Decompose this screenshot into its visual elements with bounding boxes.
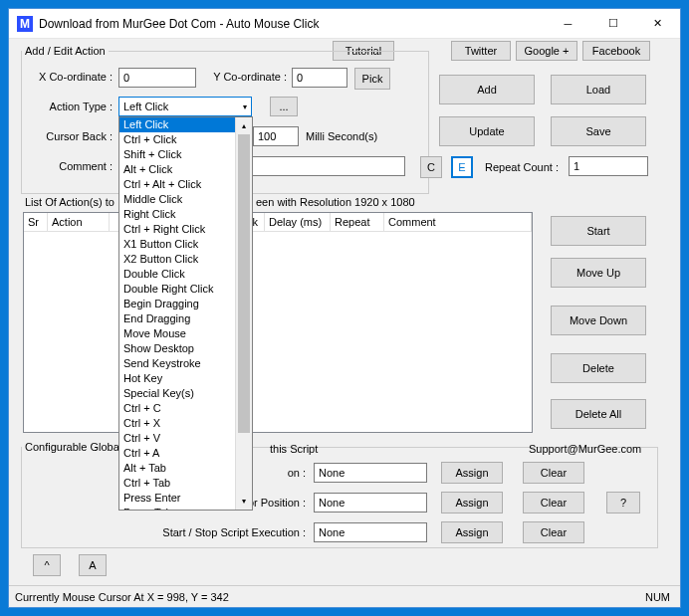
- window: M Download from MurGee Dot Com - Auto Mo…: [8, 8, 681, 608]
- repeat-input[interactable]: [569, 156, 648, 176]
- list-label-left: List Of Action(s) to: [25, 196, 115, 208]
- dropdown-item[interactable]: Ctrl + Click: [119, 132, 252, 147]
- hk1-assign[interactable]: Assign: [441, 462, 503, 484]
- dropdown-item[interactable]: Ctrl + X: [119, 416, 252, 431]
- dropdown-item[interactable]: Ctrl + A: [119, 446, 252, 461]
- start-button[interactable]: Start: [551, 216, 646, 246]
- dropdown-item[interactable]: Alt + Click: [119, 162, 252, 177]
- close-button[interactable]: ✕: [635, 9, 680, 39]
- statusbar: Currently Mouse Cursor At X = 998, Y = 3…: [9, 585, 680, 607]
- th-comment[interactable]: Comment: [384, 213, 532, 232]
- window-title: Download from MurGee Dot Com - Auto Mous…: [39, 17, 546, 31]
- hk1-label-right: on :: [278, 467, 306, 479]
- add-edit-legend: Add / Edit Action: [22, 45, 109, 57]
- c-button[interactable]: C: [420, 156, 442, 178]
- dropdown-item[interactable]: Hot Key: [119, 371, 252, 386]
- delay-input[interactable]: [253, 126, 299, 146]
- y-coord-input[interactable]: [292, 68, 347, 88]
- th-action[interactable]: Action: [48, 213, 110, 232]
- dropdown-item[interactable]: Middle Click: [119, 192, 252, 207]
- hotkey-legend: Configurable Globa: [22, 441, 122, 453]
- hk3-input[interactable]: [314, 522, 427, 542]
- dropdown-item[interactable]: Alt + Tab: [119, 461, 252, 476]
- hk3-label: Start / Stop Script Execution :: [128, 526, 306, 538]
- actions-table[interactable]: Sr Action ck Delay (ms) Repeat Comment: [23, 212, 533, 433]
- delete-button[interactable]: Delete: [551, 353, 646, 383]
- dropdown-item[interactable]: Move Mouse: [119, 326, 252, 341]
- repeat-label: Repeat Count :: [485, 161, 559, 173]
- caret-button[interactable]: ^: [33, 554, 61, 576]
- save-button[interactable]: Save: [551, 116, 646, 146]
- list-label-right: een with Resolution 1920 x 1080: [256, 196, 415, 208]
- comment-label: Comment :: [27, 160, 113, 172]
- titlebar: M Download from MurGee Dot Com - Auto Mo…: [9, 9, 680, 39]
- dropdown-item[interactable]: Send Keystroke: [119, 356, 252, 371]
- action-type-dropdown[interactable]: ▴ ▾ Left ClickCtrl + ClickShift + ClickA…: [118, 116, 253, 511]
- google-button[interactable]: Google +: [516, 41, 577, 61]
- table-header: Sr Action ck Delay (ms) Repeat Comment: [24, 213, 532, 232]
- action-dots-button[interactable]: ...: [270, 97, 298, 116]
- dropdown-item[interactable]: Ctrl + C: [119, 401, 252, 416]
- deleteall-button[interactable]: Delete All: [551, 399, 646, 429]
- hotkey-legend-right: this Script: [270, 443, 318, 455]
- app-icon: M: [17, 16, 33, 32]
- chevron-down-icon: ▾: [243, 103, 247, 111]
- dropdown-item[interactable]: Press Tab: [119, 506, 252, 511]
- hk2-clear[interactable]: Clear: [523, 492, 584, 513]
- scroll-up-icon[interactable]: ▴: [236, 117, 252, 134]
- help-button[interactable]: ?: [606, 492, 640, 513]
- x-coord-label: X Co-ordinate :: [27, 71, 113, 83]
- th-sr[interactable]: Sr: [24, 213, 48, 232]
- dropdown-item[interactable]: Double Right Click: [119, 282, 252, 297]
- action-type-select[interactable]: Left Click ▾: [118, 97, 252, 116]
- dropdown-item[interactable]: Press Enter: [119, 491, 252, 506]
- y-coord-label: Y Co-ordinate :: [201, 71, 287, 83]
- twitter-button[interactable]: Twitter: [451, 41, 511, 61]
- hk2-input[interactable]: [314, 493, 427, 513]
- minimize-button[interactable]: ─: [546, 9, 590, 39]
- scroll-thumb[interactable]: [238, 134, 250, 433]
- th-delay[interactable]: Delay (ms): [265, 213, 331, 232]
- action-type-label: Action Type :: [27, 101, 113, 112]
- status-text: Currently Mouse Cursor At X = 998, Y = 3…: [15, 591, 229, 603]
- dropdown-item[interactable]: Left Click: [119, 117, 252, 132]
- dropdown-item[interactable]: X2 Button Click: [119, 252, 252, 267]
- x-coord-input[interactable]: [118, 68, 196, 88]
- dropdown-item[interactable]: Show Desktop: [119, 341, 252, 356]
- dropdown-item[interactable]: Ctrl + V: [119, 431, 252, 446]
- dropdown-item[interactable]: Shift + Click: [119, 147, 252, 162]
- add-button[interactable]: Add: [439, 75, 535, 104]
- dropdown-item[interactable]: Ctrl + Right Click: [119, 222, 252, 237]
- hk1-input[interactable]: [314, 463, 427, 483]
- hk3-assign[interactable]: Assign: [441, 521, 503, 543]
- hk1-clear[interactable]: Clear: [523, 462, 584, 484]
- dropdown-item[interactable]: Special Key(s): [119, 386, 252, 401]
- hk2-assign[interactable]: Assign: [441, 492, 503, 513]
- dropdown-item[interactable]: Double Click: [119, 267, 252, 282]
- facebook-button[interactable]: Facebook: [582, 41, 650, 61]
- a-button[interactable]: A: [79, 554, 107, 576]
- dropdown-item[interactable]: Ctrl + Tab: [119, 476, 252, 491]
- delay-unit-label: Milli Second(s): [306, 130, 377, 142]
- action-type-value: Left Click: [123, 101, 168, 112]
- dropdown-item[interactable]: Ctrl + Alt + Click: [119, 177, 252, 192]
- load-button[interactable]: Load: [551, 75, 646, 104]
- e-button[interactable]: E: [451, 156, 473, 178]
- movedown-button[interactable]: Move Down: [551, 306, 646, 335]
- th-repeat[interactable]: Repeat: [331, 213, 384, 232]
- hk3-clear[interactable]: Clear: [523, 521, 584, 543]
- dropdown-item[interactable]: X1 Button Click: [119, 237, 252, 252]
- pick-button[interactable]: Pick: [354, 68, 390, 90]
- dropdown-scrollbar[interactable]: ▴ ▾: [235, 117, 252, 510]
- client-area: Tutorial Twitter Google + Facebook Add /…: [9, 39, 680, 585]
- dropdown-item[interactable]: Right Click: [119, 207, 252, 222]
- support-link[interactable]: Support@MurGee.com: [529, 443, 641, 455]
- dropdown-item[interactable]: Begin Dragging: [119, 297, 252, 311]
- scroll-down-icon[interactable]: ▾: [236, 493, 252, 510]
- status-num: NUM: [645, 591, 674, 603]
- moveup-button[interactable]: Move Up: [551, 258, 646, 288]
- cursor-back-label: Cursor Back :: [27, 130, 113, 142]
- maximize-button[interactable]: ☐: [590, 9, 635, 39]
- dropdown-item[interactable]: End Dragging: [119, 311, 252, 326]
- update-button[interactable]: Update: [439, 116, 535, 146]
